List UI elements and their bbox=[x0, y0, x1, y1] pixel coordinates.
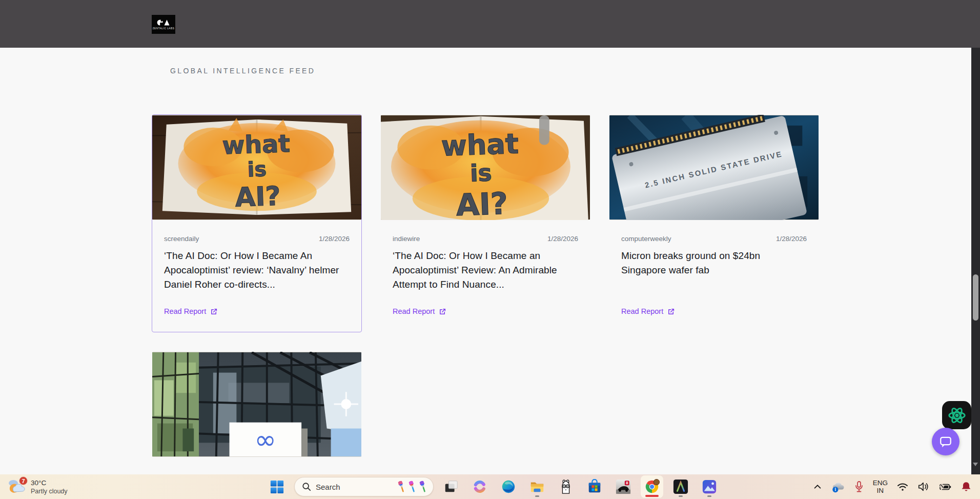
microphone-icon[interactable] bbox=[854, 481, 864, 493]
article-date: 1/28/2026 bbox=[776, 235, 807, 243]
article-image-meta-building: ∞ bbox=[152, 352, 361, 457]
article-source: screendaily bbox=[164, 235, 199, 243]
tray-chevron-up-icon[interactable] bbox=[813, 482, 822, 491]
taskbar-search[interactable] bbox=[294, 477, 434, 496]
read-report-link[interactable]: Read Report bbox=[621, 307, 675, 315]
onedrive-icon[interactable] bbox=[831, 480, 845, 493]
photos-icon bbox=[702, 479, 717, 494]
weather-temperature: 30°C bbox=[31, 478, 68, 487]
article-card-2[interactable]: what is AI? indiewire 1/28/2026 ‘The AI … bbox=[380, 114, 590, 332]
letter-a-app-icon bbox=[673, 479, 688, 494]
article-title: Micron breaks ground on $24bn Singapore … bbox=[621, 249, 807, 292]
task-view-icon bbox=[443, 479, 459, 494]
search-input[interactable] bbox=[316, 483, 392, 491]
system-tray: ENG IN bbox=[813, 474, 972, 499]
scrollbar-thumb[interactable] bbox=[973, 274, 978, 321]
taskbar-center: 8 bbox=[266, 474, 721, 499]
logo-mark-icon bbox=[157, 19, 170, 26]
scrollbar-down-arrow-icon[interactable] bbox=[973, 463, 978, 466]
external-link-icon bbox=[439, 308, 446, 315]
edge-button[interactable] bbox=[497, 475, 520, 498]
article-body: indiewire 1/28/2026 ‘The AI Doc: Or How … bbox=[381, 220, 590, 315]
weather-widget[interactable]: 7 30°C Partly cloudy bbox=[3, 476, 72, 497]
article-source: indiewire bbox=[393, 235, 420, 243]
chat-widget-button[interactable] bbox=[932, 428, 959, 455]
article-image-what-is-ai: what is AI? bbox=[381, 115, 590, 220]
microsoft-store-button[interactable] bbox=[583, 475, 606, 498]
atom-icon bbox=[947, 406, 967, 425]
logo-text: ZENTALIC LABS bbox=[153, 27, 175, 30]
article-title: ‘The AI Doc: Or How I Became An Apocalop… bbox=[164, 249, 350, 292]
file-explorer-icon bbox=[529, 479, 545, 494]
article-card-3[interactable]: 2.5 INCH SOLID STATE DRIVE computerweekl… bbox=[609, 114, 819, 332]
article-date: 1/28/2026 bbox=[547, 235, 578, 243]
article-image-ssd: 2.5 INCH SOLID STATE DRIVE bbox=[609, 115, 819, 220]
windows-taskbar: 7 30°C Partly cloudy bbox=[0, 474, 980, 499]
start-button[interactable] bbox=[266, 475, 288, 498]
copilot-button[interactable] bbox=[468, 475, 491, 498]
volume-icon[interactable] bbox=[917, 481, 930, 492]
site-logo[interactable]: ZENTALIC LABS bbox=[152, 15, 175, 34]
article-image-what-is-ai: what is AI? bbox=[152, 115, 361, 220]
file-explorer-button[interactable] bbox=[526, 475, 548, 498]
store-icon bbox=[587, 479, 602, 494]
article-card-1[interactable]: what is AI? screendaily 1/28/2026 ‘The A… bbox=[152, 114, 362, 332]
chrome-button[interactable] bbox=[641, 475, 663, 498]
external-link-icon bbox=[210, 308, 218, 315]
chat-bubble-icon bbox=[938, 434, 953, 449]
language-line2: IN bbox=[873, 487, 888, 494]
svg-text:AI?: AI? bbox=[456, 186, 509, 220]
svg-text:is: is bbox=[247, 157, 267, 181]
ollama-llama-button[interactable] bbox=[555, 475, 577, 498]
weather-condition: Partly cloudy bbox=[31, 487, 68, 495]
language-line1: ENG bbox=[873, 479, 888, 487]
svg-text:what: what bbox=[221, 129, 290, 160]
windows-logo-icon bbox=[270, 480, 284, 494]
photos-button[interactable] bbox=[698, 475, 721, 498]
edge-icon bbox=[501, 479, 516, 494]
read-report-link[interactable]: Read Report bbox=[164, 307, 218, 315]
site-header: ZENTALIC LABS bbox=[0, 0, 980, 48]
asphalt-game-button[interactable]: 8 bbox=[612, 475, 635, 498]
racing-game-icon: 8 bbox=[616, 479, 631, 494]
chrome-icon bbox=[644, 479, 660, 494]
svg-text:8: 8 bbox=[626, 481, 628, 485]
svg-text:is: is bbox=[469, 159, 492, 187]
language-indicator[interactable]: ENG IN bbox=[873, 479, 888, 494]
article-body: screendaily 1/28/2026 ‘The AI Doc: Or Ho… bbox=[152, 220, 361, 315]
article-title: ‘The AI Doc: Or How I Became an Apocalop… bbox=[393, 249, 578, 292]
article-source: computerweekly bbox=[621, 235, 671, 243]
page-scrollbar[interactable] bbox=[971, 48, 980, 474]
article-body: computerweekly 1/28/2026 Micron breaks g… bbox=[609, 220, 819, 315]
notification-bell-icon[interactable] bbox=[961, 481, 972, 493]
article-grid: what is AI? screendaily 1/28/2026 ‘The A… bbox=[152, 114, 819, 457]
llama-icon bbox=[558, 479, 574, 494]
task-view-button[interactable] bbox=[440, 475, 462, 498]
read-report-link[interactable]: Read Report bbox=[393, 307, 446, 315]
feed-heading: GLOBAL INTELLIGENCE FEED bbox=[170, 67, 315, 75]
search-icon bbox=[302, 482, 311, 491]
extension-atom-button[interactable] bbox=[942, 401, 971, 429]
meta-infinity-logo: ∞ bbox=[254, 424, 276, 455]
article-date: 1/28/2026 bbox=[319, 235, 350, 243]
battery-icon[interactable] bbox=[938, 481, 952, 492]
copilot-icon bbox=[472, 479, 487, 494]
external-link-icon bbox=[667, 308, 675, 315]
notification-count-badge: 7 bbox=[19, 476, 28, 485]
a-gradient-app-button[interactable] bbox=[669, 475, 692, 498]
article-card-4[interactable]: ∞ bbox=[152, 351, 362, 457]
svg-text:AI?: AI? bbox=[235, 181, 281, 213]
svg-text:what: what bbox=[441, 128, 519, 163]
wifi-icon[interactable] bbox=[896, 482, 909, 492]
search-highlights-paintbrushes-icon[interactable] bbox=[397, 480, 428, 493]
